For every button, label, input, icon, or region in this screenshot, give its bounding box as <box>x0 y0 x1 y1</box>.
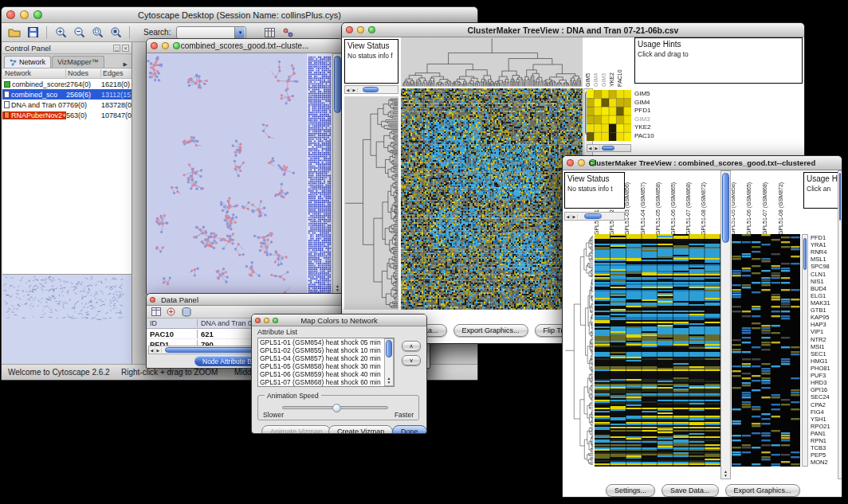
matrix-row-label: GIM5 <box>634 90 666 99</box>
gene-label: GPI16 <box>811 386 837 393</box>
scroll-right-icon[interactable]: ▶ <box>351 88 358 92</box>
search-dropdown-icon[interactable]: ▾ <box>234 27 245 38</box>
heatmap-canvas[interactable] <box>401 88 583 310</box>
heatmap-canvas[interactable] <box>595 234 720 467</box>
scrollbar-thumb[interactable] <box>334 56 341 113</box>
network-type-icon <box>4 111 10 119</box>
control-panel-header: Control Panel ◻ ✕ <box>2 42 132 54</box>
network-view-titlebar[interactable]: combined_scores_good.txt--cluste... <box>147 39 343 53</box>
network-name: combined_sco <box>11 91 57 99</box>
select-attributes-icon[interactable] <box>150 307 162 318</box>
row-dendrogram-canvas[interactable] <box>564 234 594 467</box>
zoom-fit-icon[interactable] <box>108 25 124 40</box>
move-down-button[interactable]: ∨ <box>402 355 421 365</box>
attribute-store-icon[interactable] <box>180 307 192 318</box>
scroll-left-icon[interactable]: ◀ <box>149 348 155 353</box>
view-status-title: View Status <box>565 173 624 183</box>
zoom-out-icon[interactable] <box>71 25 87 40</box>
float-panel-icon[interactable]: ◻ <box>113 45 120 52</box>
done-button[interactable]: Done <box>392 425 427 434</box>
tab-network[interactable]: Network <box>4 56 51 68</box>
network-table-header: Network Nodes Edges <box>2 68 132 79</box>
attribute-list-item[interactable]: GPL51-02 (GSM855) heat shock 10 min <box>258 346 394 354</box>
scrollbar-arrows-icon[interactable]: ▲▼ <box>385 377 393 385</box>
network-list-item[interactable]: DNA and Tran 07769(0)183728(0) <box>2 100 132 110</box>
scrollbar-thumb[interactable] <box>803 238 807 270</box>
treeview-button-row: Settings...Save Data...Export Graphics..… <box>606 484 800 497</box>
network-edges: 13112(15) <box>101 91 132 99</box>
scrollbar-thumb[interactable] <box>602 146 614 150</box>
control-panel: Control Panel ◻ ✕ Network VizMapper™ ▶ N… <box>2 42 132 364</box>
network-graph-canvas[interactable] <box>147 53 332 295</box>
scroll-right-icon[interactable]: ▶ <box>594 146 600 150</box>
horizontal-scrollbar[interactable]: ◀ ▶ <box>344 85 398 94</box>
column-dendrogram-canvas[interactable] <box>401 37 583 87</box>
scroll-right-icon[interactable]: ▶ <box>155 348 162 353</box>
horizontal-scrollbar[interactable]: ◀ ▶ <box>587 144 631 152</box>
correlation-matrix-canvas[interactable] <box>587 90 631 141</box>
matrix-column-label: GIM5 <box>585 73 591 87</box>
zoom-in-icon[interactable] <box>53 25 69 40</box>
scrollbar-thumb[interactable] <box>722 173 729 243</box>
attribute-list-item[interactable]: GPL51-07 (GSM868) heat shock 60 min <box>258 378 394 386</box>
search-input[interactable]: ▾ <box>176 26 246 39</box>
network-nodes: 2764(0) <box>66 80 101 88</box>
close-icon[interactable] <box>150 297 155 303</box>
scrollbar-thumb[interactable] <box>839 173 841 221</box>
birdseye-view-canvas[interactable] <box>2 275 129 362</box>
column-header-label: GPL51-04 (GSM857) <box>640 182 646 235</box>
gene-label: RPO21 <box>811 423 837 430</box>
usage-hints-panel: Usage Hints Click and drag to <box>634 37 803 84</box>
dialog-titlebar[interactable]: Map Colors to Network <box>252 315 426 326</box>
animate-vizmap-button[interactable]: Animate Vizmap <box>261 425 331 434</box>
scrollbar-thumb[interactable] <box>386 340 392 357</box>
animation-speed-slider[interactable] <box>282 406 388 409</box>
treeview-button[interactable]: Export Graphics... <box>453 324 528 337</box>
scrollbar-thumb[interactable] <box>584 213 602 219</box>
view-status-text: No status info f <box>345 50 398 60</box>
close-panel-icon[interactable]: ✕ <box>122 45 129 52</box>
matrix-column-label: GIM3 <box>601 73 607 87</box>
treeview-titlebar[interactable]: ClusterMaker TreeView : combined_scores_… <box>563 156 842 170</box>
scroll-right-icon[interactable]: ▶ <box>571 214 578 219</box>
treeview-button[interactable]: Settings... <box>606 484 655 497</box>
scroll-left-icon[interactable]: ◀ <box>345 88 351 92</box>
treeview-button[interactable]: Save Data... <box>662 484 719 497</box>
create-attribute-icon[interactable] <box>165 307 177 318</box>
network-list-item[interactable]: combined_scores2764(0)16218(0) <box>2 79 132 89</box>
scrollbar-thumb[interactable] <box>363 87 379 92</box>
treeview-titlebar[interactable]: ClusterMaker TreeView : DNA and Tran 07-… <box>342 23 804 37</box>
main-titlebar[interactable]: Cytoscape Desktop (Session Name: collins… <box>2 7 477 23</box>
secondary-heatmap-canvas[interactable] <box>732 234 800 467</box>
move-up-button[interactable]: ∧ <box>402 341 421 351</box>
create-vizmap-button[interactable]: Create Vizmap <box>328 425 393 434</box>
attribute-list-item[interactable]: GPL51-01 (GSM854) heat shock 05 min <box>258 338 394 346</box>
scroll-left-icon[interactable]: ◀ <box>565 214 571 219</box>
treeview-button[interactable]: Export Graphics... <box>725 484 800 497</box>
tab-vizmapper[interactable]: VizMapper™ <box>52 56 104 68</box>
attribute-list-item[interactable]: GPL51-05 (GSM858) heat shock 30 min <box>258 362 394 370</box>
vertical-scrollbar[interactable] <box>802 234 808 467</box>
scrollbar-arrows-icon[interactable]: ▲▼ <box>721 470 730 478</box>
row-dendrogram-canvas[interactable] <box>344 96 398 310</box>
zoom-selected-icon[interactable] <box>89 25 105 40</box>
tab-overflow-icon[interactable]: ▶ <box>121 61 130 68</box>
horizontal-scrollbar[interactable]: ◀ ▶ <box>564 212 625 221</box>
scroll-left-icon[interactable]: ◀ <box>587 146 594 150</box>
network-list-item[interactable]: combined_sco2569(6)13112(15) <box>2 89 132 100</box>
column-header-label: GPL51-05 (GSM858) <box>732 182 736 235</box>
usage-hints-panel: Usage Hi Click an <box>803 172 842 209</box>
dialog-body: Attribute List GPL51-01 (GSM854) heat sh… <box>252 326 426 433</box>
slider-thumb[interactable] <box>332 404 341 412</box>
save-session-icon[interactable] <box>25 25 41 40</box>
network-edges: 16218(0) <box>101 80 132 88</box>
vertical-scrollbar[interactable] <box>838 170 842 479</box>
attribute-list-item[interactable]: GPL51-06 (GSM859) heat shock 40 min <box>258 370 394 378</box>
network-list-item[interactable]: RNAPuberNov2+563(0)107847(0) <box>2 110 132 120</box>
vertical-scrollbar[interactable]: ▲▼ <box>720 170 731 479</box>
gene-label: ELG1 <box>811 292 837 299</box>
vertical-scrollbar[interactable]: ▲▼ <box>384 338 394 386</box>
open-session-icon[interactable] <box>6 25 22 40</box>
attribute-list-item[interactable]: GPL51-04 (GSM857) heat shock 20 min <box>258 354 394 362</box>
attribute-list[interactable]: GPL51-01 (GSM854) heat shock 05 minGPL51… <box>257 338 395 387</box>
